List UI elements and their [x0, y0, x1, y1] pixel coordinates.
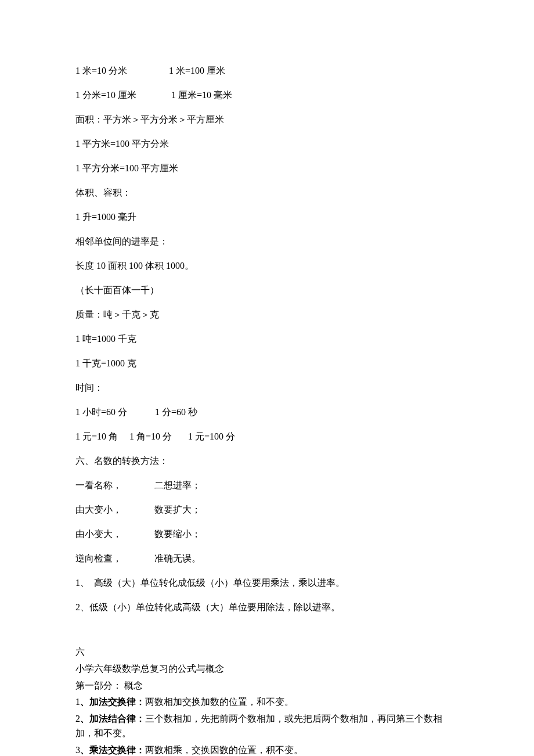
text-line: 1 升=1000 毫升 [75, 210, 459, 224]
text-line: 1 千克=1000 克 [75, 357, 459, 370]
text-line: 长度 10 面积 100 体积 1000。 [75, 259, 459, 273]
document-body: 1 米=10 分米 1 米=100 厘米 1 分米=10 厘米 1 厘米=10 … [75, 64, 459, 756]
text-line: 由大变小， 数要扩大； [75, 503, 459, 517]
text-line: 1 吨=1000 千克 [75, 332, 459, 346]
section-subtitle: 第一部分： 概念 [75, 679, 459, 693]
concept-number: 1 [75, 697, 80, 707]
concept-text: 两数相加交换加数的位置，和不变。 [145, 697, 294, 707]
text-line: 1 平方米=100 平方分米 [75, 137, 459, 151]
concept-number: 2 [75, 714, 80, 723]
text-line: 由小变大， 数要缩小； [75, 527, 459, 541]
text-line: 质量：吨＞千克＞克 [75, 308, 459, 322]
concept-label: 、乘法交换律： [80, 745, 145, 755]
text-line: 六、名数的转换方法： [75, 454, 459, 468]
text-line: 1 米=10 分米 1 米=100 厘米 [75, 64, 459, 78]
text-line: 2、低级（小）单位转化成高级（大）单位要用除法，除以进率。 [75, 600, 459, 614]
text-line: 1、 高级（大）单位转化成低级（小）单位要用乘法，乘以进率。 [75, 576, 459, 590]
concept-label: 、加法结合律： [80, 714, 145, 723]
text-line: （长十面百体一千） [75, 283, 459, 297]
text-line: 1 平方分米=100 平方厘米 [75, 161, 459, 175]
text-line: 1 元=10 角 1 角=10 分 1 元=100 分 [75, 430, 459, 444]
concept-line: 1、加法交换律：两数相加交换加数的位置，和不变。 [75, 695, 459, 710]
concept-label: 、加法交换律： [80, 697, 145, 707]
text-line: 面积：平方米＞平方分米＞平方厘米 [75, 113, 459, 127]
concept-line: 2、加法结合律：三个数相加，先把前两个数相加，或先把后两个数相加，再同第三个数相… [75, 712, 459, 741]
text-line: 体积、容积： [75, 186, 459, 200]
text-line: 相邻单位间的进率是： [75, 235, 459, 249]
concept-number: 3 [75, 745, 80, 755]
section-number: 六 [75, 645, 459, 660]
concept-text: 两数相乘，交换因数的位置，积不变。 [145, 745, 303, 755]
section-title: 小学六年级数学总复习的公式与概念 [75, 662, 459, 676]
text-line: 1 小时=60 分 1 分=60 秒 [75, 405, 459, 419]
text-line: 一看名称， 二想进率； [75, 478, 459, 492]
text-line: 1 分米=10 厘米 1 厘米=10 毫米 [75, 88, 459, 102]
text-line: 逆向检查， 准确无误。 [75, 552, 459, 566]
text-line: 时间： [75, 381, 459, 395]
section-spacer [75, 625, 459, 645]
concept-line: 3、乘法交换律：两数相乘，交换因数的位置，积不变。 [75, 743, 459, 756]
